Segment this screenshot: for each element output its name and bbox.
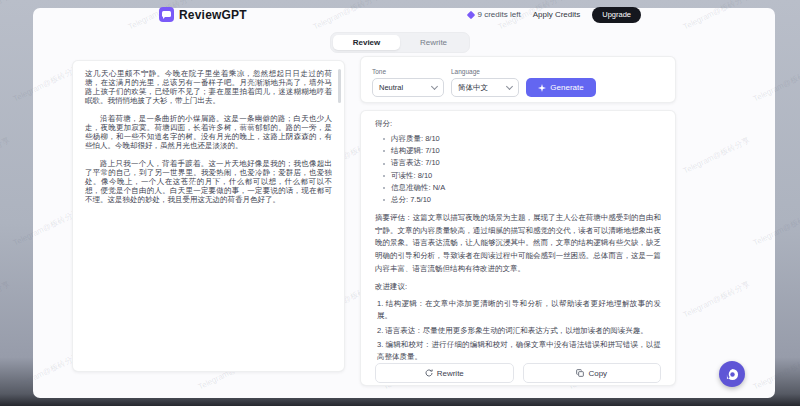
score-item: 内容质量: 8/10 <box>383 133 661 145</box>
score-heading: 得分: <box>375 118 661 130</box>
essay-paragraph: 这几天心里颇不宁静。今晚在院子里坐着乘凉，忽然想起日日走过的荷塘，在这满月的光里… <box>85 69 332 105</box>
upgrade-button[interactable]: Upgrade <box>592 7 641 23</box>
app-logo: ReviewGPT <box>159 7 247 22</box>
score-text: 可读性: 8/10 <box>391 170 432 182</box>
tone-value: Neutral <box>379 83 403 92</box>
essay-paragraph: 沿着荷塘，是一条曲折的小煤屑路。这是一条幽僻的路；白天也少人走，夜晚更加寂寞。荷… <box>85 114 332 150</box>
suggestion-item: 1. 结构逻辑：在文章中添加更清晰的引导和分析，以帮助读者更好地理解故事的发展。 <box>377 298 661 322</box>
mode-tabs: Review Rewrite <box>330 32 470 53</box>
tab-rewrite[interactable]: Rewrite <box>400 35 467 50</box>
chevron-down-icon <box>506 83 513 90</box>
suggestions-list: 1. 结构逻辑：在文章中添加更清晰的引导和分析，以帮助读者更好地理解故事的发展。… <box>375 296 661 363</box>
summary-evaluation: 摘要评估：这篇文章以描写夜晚的场景为主题，展现了主人公在荷塘中感受到的自由和宁静… <box>375 212 661 275</box>
support-chat-button[interactable] <box>719 361 745 387</box>
suggestion-item: 3. 编辑和校对：进行仔细的编辑和校对，确保文章中没有语法错误和拼写错误，以提高… <box>377 339 661 363</box>
editor-scrollbar[interactable] <box>338 69 341 103</box>
tone-label: Tone <box>372 68 444 75</box>
bullet-icon <box>383 150 385 152</box>
copy-button[interactable]: Copy <box>523 363 662 383</box>
rewrite-label: Rewrite <box>437 369 464 378</box>
bullet-icon <box>383 187 385 189</box>
score-text: 总分: 7.5/10 <box>391 194 431 206</box>
header-actions: 9 credits left Apply Credits Upgrade <box>468 7 642 23</box>
essay-text: 这几天心里颇不宁静。今晚在院子里坐着乘凉，忽然想起日日走过的荷塘，在这满月的光里… <box>85 69 332 204</box>
generate-label: Generate <box>550 83 583 92</box>
score-text: 信息准确性: N/A <box>391 182 445 194</box>
language-label: Language <box>451 68 519 75</box>
score-item: 语言表达: 7/10 <box>383 157 661 169</box>
suggestions-heading: 改进建议: <box>375 281 661 293</box>
language-select[interactable]: 简体中文 <box>451 78 519 97</box>
rewrite-button[interactable]: Rewrite <box>375 363 514 383</box>
gem-icon <box>466 11 474 19</box>
score-item: 可读性: 8/10 <box>383 170 661 182</box>
tone-field: Tone Neutral <box>372 68 444 97</box>
bullet-icon <box>383 175 385 177</box>
sparkle-icon <box>538 84 546 92</box>
suggestion-item: 2. 语言表达：尽量使用更多形象生动的词汇和表达方式，以增加读者的阅读兴趣。 <box>377 325 661 337</box>
essay-input-editor[interactable]: 这几天心里颇不宁静。今晚在院子里坐着乘凉，忽然想起日日走过的荷塘，在这满月的光里… <box>72 60 345 372</box>
language-value: 简体中文 <box>458 83 488 93</box>
language-field: Language 简体中文 <box>451 68 519 97</box>
tone-select[interactable]: Neutral <box>372 78 444 97</box>
review-results-panel: 得分: 内容质量: 8/10结构逻辑: 7/10语言表达: 7/10可读性: 8… <box>360 110 676 386</box>
score-item: 总分: 7.5/10 <box>383 194 661 206</box>
chat-bubble-logo-icon <box>159 7 174 22</box>
chevron-down-icon <box>431 83 438 90</box>
chat-bubble-icon <box>726 368 739 381</box>
app-title: ReviewGPT <box>179 8 247 22</box>
score-text: 内容质量: 8/10 <box>391 133 440 145</box>
essay-paragraph: 路上只我一个人，背着手踱着。这一片天地好像是我的；我也像超出了平常的自己，到了另… <box>85 159 332 204</box>
copy-label: Copy <box>588 369 607 378</box>
generation-controls: Tone Neutral Language 简体中文 Generate <box>360 56 676 103</box>
bullet-icon <box>383 199 385 201</box>
score-text: 结构逻辑: 7/10 <box>391 145 440 157</box>
refresh-icon <box>425 369 433 377</box>
app-header: ReviewGPT 9 credits left Apply Credits U… <box>159 0 641 23</box>
credits-label: 9 credits left <box>478 10 521 19</box>
score-list: 内容质量: 8/10结构逻辑: 7/10语言表达: 7/10可读性: 8/10信… <box>375 133 661 206</box>
copy-icon <box>576 369 584 377</box>
credits-indicator: 9 credits left <box>468 10 521 19</box>
bullet-icon <box>383 138 385 140</box>
score-item: 结构逻辑: 7/10 <box>383 145 661 157</box>
tab-review[interactable]: Review <box>333 35 400 50</box>
score-text: 语言表达: 7/10 <box>391 157 440 169</box>
score-item: 信息准确性: N/A <box>383 182 661 194</box>
generate-button[interactable]: Generate <box>526 78 596 97</box>
result-actions: Rewrite Copy <box>375 363 661 383</box>
bullet-icon <box>383 163 385 165</box>
apply-credits-link[interactable]: Apply Credits <box>533 10 581 19</box>
